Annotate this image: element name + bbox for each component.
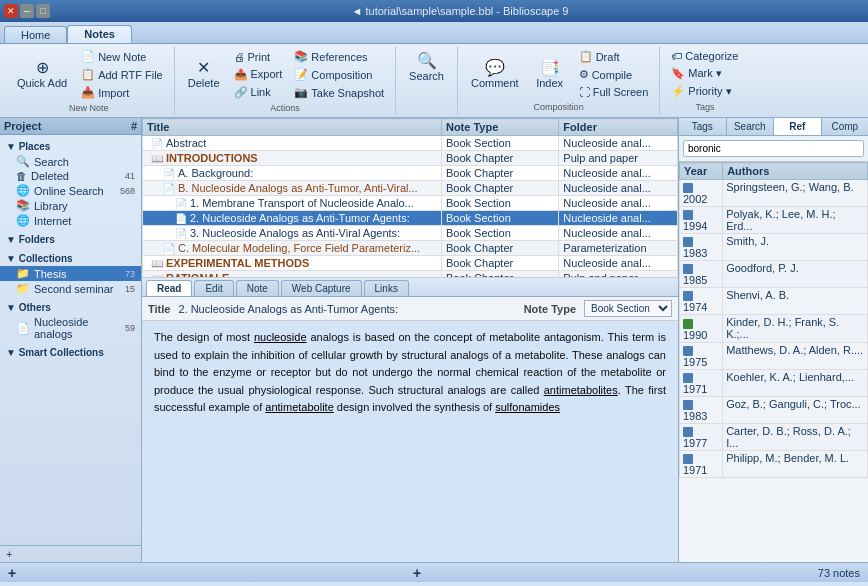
sidebar-section-header-places[interactable]: ▼ Places (0, 139, 141, 154)
sidebar-section-header-others[interactable]: ▼ Others (0, 300, 141, 315)
table-row[interactable]: 📄C. Molecular Modeling, Force Field Para… (143, 241, 678, 256)
mark-button[interactable]: 🔖 Mark ▾ (666, 65, 743, 82)
link-button[interactable]: 🔗 Link (229, 84, 288, 101)
sidebar-item-online-search[interactable]: 🌐 Online Search 568 (0, 183, 141, 198)
import-button[interactable]: 📥 Import (76, 84, 168, 101)
sidebar: Project # ▼ Places 🔍 Search 🗑 Deleted 41… (0, 118, 142, 562)
export-button[interactable]: 📤 Export (229, 66, 288, 83)
row-icon: 📄 (151, 138, 163, 149)
table-row[interactable]: 📄3. Nucleoside Analogs as Anti-Viral Age… (143, 226, 678, 241)
tab-web-capture[interactable]: Web Capture (281, 280, 362, 296)
right-tab-comp[interactable]: Comp (822, 118, 869, 135)
second-seminar-icon: 📁 (16, 282, 30, 295)
detail-pane: Read Edit Note Web Capture Links Title 2… (142, 278, 678, 562)
sidebar-header: Project # (0, 118, 141, 135)
nucleoside-icon: 📄 (16, 322, 30, 335)
tab-notes[interactable]: Notes (67, 25, 132, 43)
row-icon: 📄 (175, 198, 187, 209)
list-item[interactable]: 1977 Carter, D. B.; Ross, D. A.; I... (680, 423, 868, 450)
print-button[interactable]: 🖨 Print (229, 49, 288, 65)
col-header-title: Title (143, 119, 442, 136)
note-type-select[interactable]: Book Section Book Chapter (584, 300, 672, 317)
sidebar-item-thesis[interactable]: 📁 Thesis 73 (0, 266, 141, 281)
compile-icon: ⚙ (579, 68, 589, 81)
detail-header: Title 2. Nucleoside Analogs as Anti-Tumo… (142, 297, 678, 321)
antimetabolites-link[interactable]: antimetabolites (544, 384, 618, 396)
status-add-button[interactable]: + (8, 565, 16, 581)
sidebar-item-deleted[interactable]: 🗑 Deleted 41 (0, 169, 141, 183)
full-screen-button[interactable]: ⛶ Full Screen (574, 84, 654, 100)
table-row[interactable]: 📖EXPERIMENTAL METHODS Book Chapter Nucle… (143, 256, 678, 271)
new-note-group: 📄 New Note 📋 Add RTF File 📥 Import (76, 48, 168, 101)
list-item[interactable]: 1983 Goz, B.; Ganguli, C.; Troc... (680, 396, 868, 423)
list-item[interactable]: 1990 Kinder, D. H.; Frank, S. K.;... (680, 315, 868, 342)
list-item[interactable]: 1974 Shenvi, A. B. (680, 288, 868, 315)
tab-home[interactable]: Home (4, 26, 67, 43)
sulfonamides-link[interactable]: sulfonamides (495, 401, 560, 413)
right-panel-search (679, 136, 868, 162)
list-item[interactable]: 1975 Matthews, D. A.; Alden, R.... (680, 342, 868, 369)
categorize-button[interactable]: 🏷 Categorize (666, 48, 743, 64)
print-icon: 🖨 (234, 51, 245, 63)
window-controls[interactable]: ✕ ─ □ (4, 4, 50, 18)
sidebar-section-header-smart[interactable]: ▼ Smart Collections (0, 345, 141, 360)
right-tab-search[interactable]: Search (727, 118, 775, 135)
priority-icon: ⚡ (671, 85, 685, 98)
title-label: Title (148, 303, 170, 315)
sidebar-section-header-folders[interactable]: ▼ Folders (0, 232, 141, 247)
draft-button[interactable]: 📋 Draft (574, 48, 654, 65)
sidebar-item-second-seminar[interactable]: 📁 Second seminar 15 (0, 281, 141, 296)
search-ribbon-button[interactable]: 🔍 Search (402, 48, 451, 87)
maximize-icon[interactable]: □ (36, 4, 50, 18)
quick-add-icon: ⊕ (36, 60, 49, 76)
quick-add-button[interactable]: ⊕ Quick Add (10, 55, 74, 94)
right-tab-ref[interactable]: Ref (774, 118, 822, 135)
antimetabolite-link[interactable]: antimetabolite (265, 401, 334, 413)
new-note-button[interactable]: 📄 New Note (76, 48, 168, 65)
list-item[interactable]: 1971 Koehler, K. A.; Lienhard,... (680, 369, 868, 396)
table-row[interactable]: 📄Abstract Book Section Nucleoside anal..… (143, 136, 678, 151)
table-row[interactable]: 📖RATIONALE Book Chapter Pulp and paper (143, 271, 678, 279)
close-icon[interactable]: ✕ (4, 4, 18, 18)
ribbon-top-new-note: ⊕ Quick Add 📄 New Note 📋 Add RTF File 📥 … (10, 48, 168, 101)
compile-button[interactable]: ⚙ Compile (574, 66, 654, 83)
table-row[interactable]: 📖INTRODUCTIONS Book Chapter Pulp and pap… (143, 151, 678, 166)
sidebar-item-library[interactable]: 📚 Library (0, 198, 141, 213)
sidebar-item-nucleoside[interactable]: 📄 Nucleoside analogs 59 (0, 315, 141, 341)
references-icon: 📚 (294, 50, 308, 63)
tab-note[interactable]: Note (236, 280, 279, 296)
tab-read[interactable]: Read (146, 280, 192, 296)
add-rtf-button[interactable]: 📋 Add RTF File (76, 66, 168, 83)
table-row[interactable]: 📄B. Nucleoside Analogs as Anti-Tumor, An… (143, 181, 678, 196)
list-item[interactable]: 1983 Smith, J. (680, 234, 868, 261)
table-row[interactable]: 📄1. Membrane Transport of Nucleoside Ana… (143, 196, 678, 211)
tab-links[interactable]: Links (364, 280, 409, 296)
table-row[interactable]: 📄A. Background: Book Chapter Nucleoside … (143, 166, 678, 181)
delete-button[interactable]: ✕ Delete (181, 55, 227, 94)
list-item[interactable]: 1994 Polyak, K.; Lee, M. H.; Erd... (680, 207, 868, 234)
right-tab-tags[interactable]: Tags (679, 118, 727, 135)
list-item[interactable]: 2002 Springsteen, G.; Wang, B. (680, 180, 868, 207)
nucleoside-link[interactable]: nucleoside (254, 331, 307, 343)
take-snapshot-button[interactable]: 📷 Take Snapshot (289, 84, 389, 101)
sidebar-section-header-collections[interactable]: ▼ Collections (0, 251, 141, 266)
status-add-button-2[interactable]: + (413, 565, 421, 581)
sidebar-item-search[interactable]: 🔍 Search (0, 154, 141, 169)
online-search-icon: 🌐 (16, 184, 30, 197)
minimize-icon[interactable]: ─ (20, 4, 34, 18)
index-button[interactable]: 📑 Index (528, 55, 572, 94)
sidebar-item-internet[interactable]: 🌐 Internet (0, 213, 141, 228)
priority-button[interactable]: ⚡ Priority ▾ (666, 83, 743, 100)
ribbon-group-search: 🔍 Search (396, 46, 458, 115)
table-row[interactable]: 📄2. Nucleoside Analogs as Anti-Tumor Age… (143, 211, 678, 226)
comment-button[interactable]: 💬 Comment (464, 55, 526, 94)
sidebar-add-button[interactable]: + (0, 545, 141, 562)
list-item[interactable]: 1971 Philipp, M.; Bender, M. L. (680, 450, 868, 477)
ref-search-input[interactable] (683, 140, 864, 157)
tab-edit[interactable]: Edit (194, 280, 233, 296)
list-item[interactable]: 1985 Goodford, P. J. (680, 261, 868, 288)
ribbon-group-label-composition: Composition (534, 102, 584, 112)
references-button[interactable]: 📚 References (289, 48, 389, 65)
main-area: Project # ▼ Places 🔍 Search 🗑 Deleted 41… (0, 118, 868, 562)
composition-button[interactable]: 📝 Composition (289, 66, 389, 83)
